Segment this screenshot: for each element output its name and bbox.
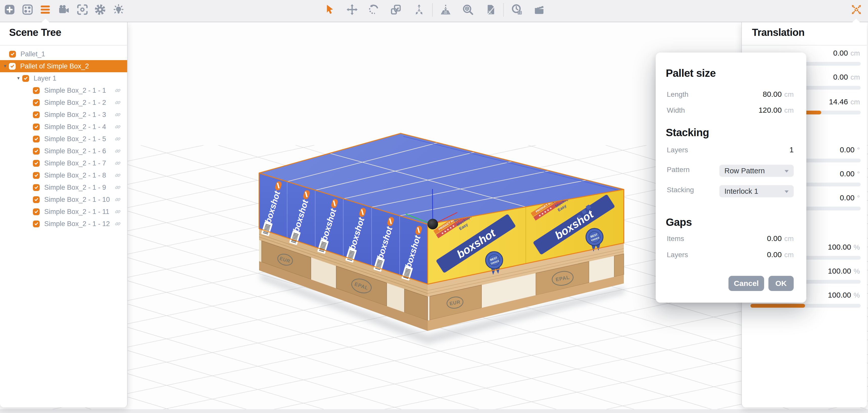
tree-row-box[interactable]: Simple Box_2 - 1 - 1 (0, 84, 127, 96)
tree-row-pallet-1[interactable]: Pallet_1 (0, 48, 127, 60)
gap-layers-value-field[interactable]: 0.00 (767, 250, 781, 259)
stacking-label: Stacking (667, 186, 694, 194)
tree-row-pallet-of-simple-box-2[interactable]: ▼ Pallet of Simple Box_2 (0, 60, 127, 72)
tree-row-box[interactable]: Simple Box_2 - 1 - 4 (0, 121, 127, 133)
link-icon[interactable] (115, 209, 121, 215)
link-icon[interactable] (115, 112, 121, 118)
checkbox-checked[interactable] (33, 221, 40, 227)
width-value-field[interactable]: 120.00 (758, 106, 782, 115)
link-icon[interactable] (115, 87, 121, 94)
value-field[interactable]: 0.00 (833, 49, 848, 57)
checkbox-checked[interactable] (33, 196, 40, 203)
gap-items-value-field[interactable]: 0.00 (767, 234, 781, 243)
tree-row-label: Simple Box_2 - 1 - 12 (44, 220, 110, 228)
slider-track[interactable] (750, 304, 861, 308)
layers-value-field[interactable]: 1 (789, 146, 794, 154)
length-label: Length (667, 90, 688, 98)
checkbox-checked[interactable] (33, 136, 40, 142)
value-field[interactable]: 0.00 (833, 73, 848, 81)
value-field[interactable]: 0.00 (840, 169, 854, 178)
unit-label: % (854, 267, 860, 275)
tree-row-box[interactable]: Simple Box_2 - 1 - 8 (0, 169, 127, 181)
checkbox-checked[interactable] (33, 112, 40, 118)
checkbox-checked[interactable] (33, 87, 40, 94)
focus-selection-button[interactable] (76, 3, 89, 15)
length-value-field[interactable]: 80.00 (763, 90, 782, 98)
tree-row-label: Pallet_1 (21, 50, 45, 58)
value-field[interactable]: 0.00 (840, 193, 854, 202)
lighting-bulb-button[interactable] (113, 3, 125, 15)
value-field[interactable]: 100.00 (828, 267, 851, 275)
select-tool-active[interactable] (323, 3, 335, 15)
ok-button[interactable]: OK (768, 276, 794, 291)
link-icon[interactable] (115, 148, 121, 154)
value-field[interactable]: 100.00 (828, 291, 851, 299)
tree-row-label: Simple Box_2 - 1 - 8 (44, 171, 106, 179)
checkbox-checked[interactable] (33, 160, 40, 167)
scene-tree-button-active[interactable] (39, 3, 51, 15)
tree-row-box[interactable]: Simple Box_2 - 1 - 5 (0, 133, 127, 145)
checkbox-checked[interactable] (9, 63, 16, 70)
expander-icon[interactable]: ▼ (1, 64, 9, 68)
unit-label: % (854, 243, 860, 251)
tree-row-box[interactable]: Simple Box_2 - 1 - 11 (0, 205, 127, 218)
checkbox-checked[interactable] (33, 184, 40, 191)
tree-row-box[interactable]: Simple Box_2 - 1 - 7 (0, 157, 127, 169)
checkbox-checked[interactable] (22, 75, 29, 82)
pattern-dropdown[interactable]: Row Pattern (719, 165, 794, 177)
drop-to-floor-tool[interactable] (440, 3, 452, 15)
checkbox-checked[interactable] (33, 124, 40, 130)
scene-tree-list: Pallet_1 ▼ Pallet of Simple Box_2 ▼ Laye… (0, 48, 127, 230)
link-icon[interactable] (115, 221, 121, 227)
link-icon[interactable] (115, 196, 121, 203)
link-icon[interactable] (115, 99, 121, 106)
checkbox-checked[interactable] (33, 172, 40, 179)
layers-value-row: 1 (789, 146, 794, 154)
link-icon[interactable] (115, 160, 121, 166)
unit-label: cm (784, 90, 794, 98)
checkbox-checked[interactable] (33, 209, 40, 215)
distribute-tool[interactable] (413, 3, 425, 15)
link-icon[interactable] (115, 172, 121, 179)
tree-row-layer-1[interactable]: ▼ Layer 1 (0, 72, 127, 84)
history-clock-tool[interactable] (511, 3, 523, 15)
expander-icon[interactable]: ▼ (15, 76, 22, 81)
add-object-button[interactable] (4, 3, 16, 15)
tree-row-label: Simple Box_2 - 1 - 7 (44, 159, 106, 167)
animation-clapper-tool[interactable] (533, 3, 545, 15)
tree-row-box[interactable]: Simple Box_2 - 1 - 3 (0, 108, 127, 121)
tree-row-label: Pallet of Simple Box_2 (20, 62, 89, 70)
checkbox-checked[interactable] (33, 148, 40, 155)
cancel-button[interactable]: Cancel (728, 276, 764, 291)
checkbox-checked[interactable] (33, 99, 40, 106)
tree-row-box[interactable]: Simple Box_2 - 1 - 9 (0, 181, 127, 193)
tree-row-label: Simple Box_2 - 1 - 3 (44, 111, 106, 119)
stacking-dropdown[interactable]: Interlock 1 (719, 185, 794, 197)
link-icon[interactable] (115, 184, 121, 191)
link-icon[interactable] (115, 124, 121, 130)
tree-row-label: Simple Box_2 - 1 - 10 (44, 196, 110, 203)
tree-row-box[interactable]: Simple Box_2 - 1 - 12 (0, 218, 127, 230)
move-tool[interactable] (346, 3, 358, 15)
rotate-tool[interactable] (368, 3, 380, 15)
preview-cube-tool[interactable] (462, 3, 474, 15)
unit-label: % (854, 291, 860, 299)
checkbox-checked[interactable] (9, 51, 16, 58)
link-icon[interactable] (115, 136, 121, 142)
tree-row-box[interactable]: Simple Box_2 - 1 - 10 (0, 193, 127, 205)
value-field[interactable]: 14.46 (829, 97, 848, 106)
panel-divider (742, 45, 867, 45)
gap-layers-value-row: 0.00 cm (767, 250, 794, 259)
tree-row-box[interactable]: Simple Box_2 - 1 - 6 (0, 145, 127, 157)
tree-row-box[interactable]: Simple Box_2 - 1 - 2 (0, 96, 127, 108)
settings-gear-button[interactable] (94, 3, 106, 15)
dialog-section-title: Gaps (666, 216, 692, 228)
fit-view-button-active[interactable] (850, 3, 862, 15)
camera-button[interactable] (58, 3, 70, 15)
scale-tool[interactable] (390, 3, 402, 15)
layout-panels-button[interactable] (22, 3, 34, 15)
gizmo-handle (427, 219, 438, 229)
materials-tool[interactable] (485, 3, 497, 15)
value-field[interactable]: 100.00 (828, 243, 851, 251)
value-field[interactable]: 0.00 (840, 146, 854, 154)
